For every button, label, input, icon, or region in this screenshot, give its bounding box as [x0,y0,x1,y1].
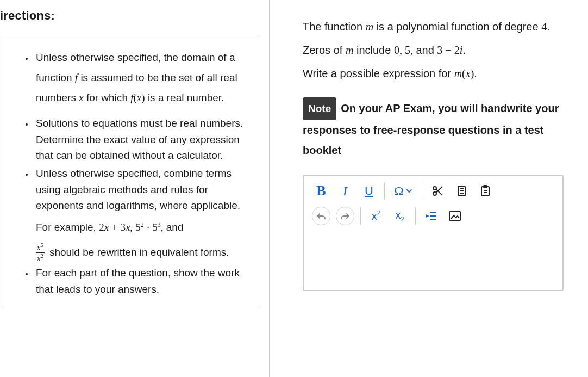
direction-item: Unless otherwise specified, combine term… [34,165,246,263]
question-text-fragment: . [462,44,466,56]
copy-button[interactable] [449,180,473,202]
question-text: The function m is a polynomial function … [303,15,577,85]
toolbar-separator [360,207,361,225]
directions-panel: irections: Unless otherwise specified, t… [0,0,269,377]
indent-button[interactable] [419,205,443,227]
subscript-icon: x2 [395,209,404,223]
question-text-fragment: . [474,67,477,79]
direction-item: Solutions to equations must be real numb… [34,115,246,163]
question-text-fragment: is a polynomial function of degree [373,21,541,33]
paste-button[interactable] [473,180,497,202]
italic-icon: I [343,184,347,199]
question-text-fragment: Write a possible expression for [303,67,454,79]
bold-button[interactable]: B [309,180,333,202]
underline-icon: U [365,184,373,198]
image-icon [448,211,461,221]
redo-button[interactable] [333,205,357,227]
directions-box: Unless otherwise specified, the domain o… [4,35,258,305]
insert-image-button[interactable] [443,205,467,227]
math-expr: 3 − 2i [437,44,462,56]
underline-button[interactable]: U [357,180,381,202]
math-expr: m [454,67,462,79]
direction-item: For each part of the question, show the … [34,265,246,297]
direction-item: Unless otherwise specified, the domain o… [34,47,246,108]
math-expr: ( [462,67,466,79]
note-badge: Note [303,97,336,120]
question-text-fragment: include [353,44,394,56]
superscript-button[interactable]: x2 [364,205,388,227]
question-text-fragment: The function [303,21,366,33]
editor-textarea[interactable] [304,230,562,290]
omega-icon: Ω [394,184,404,199]
subscript-button[interactable]: x2 [388,205,412,227]
redo-icon [336,207,354,225]
toolbar-separator [384,182,385,200]
special-char-button[interactable]: Ω [388,180,418,202]
undo-button[interactable] [309,205,333,227]
italic-button[interactable]: I [333,180,357,202]
svg-point-1 [433,192,436,195]
rich-text-editor: B I U Ω [303,175,564,291]
question-text-fragment: and [413,44,437,56]
bold-icon: B [316,183,326,199]
cut-button[interactable] [426,180,449,202]
math-expr: x [466,67,471,79]
math-num: 4 [541,21,547,33]
indent-icon [425,211,437,221]
math-var: m [366,21,373,33]
math-var: m [346,44,353,56]
clipboard-icon [479,184,491,197]
note-block: NoteOn your AP Exam, you will handwrite … [303,97,577,160]
directions-heading: irections: [0,9,258,23]
math-num: 0, 5, [394,44,413,56]
svg-point-0 [433,187,436,190]
toolbar-separator [422,182,422,200]
scissors-icon [431,184,444,197]
toolbar-separator [415,207,416,225]
question-panel: The function m is a polynomial function … [270,0,588,377]
note-text: On your AP Exam, you will handwrite your… [303,102,559,156]
undo-icon [312,207,330,225]
editor-toolbar: B I U Ω [304,176,562,230]
superscript-icon: x2 [372,209,381,223]
chevron-down-icon [406,188,412,194]
copy-icon [455,184,467,197]
